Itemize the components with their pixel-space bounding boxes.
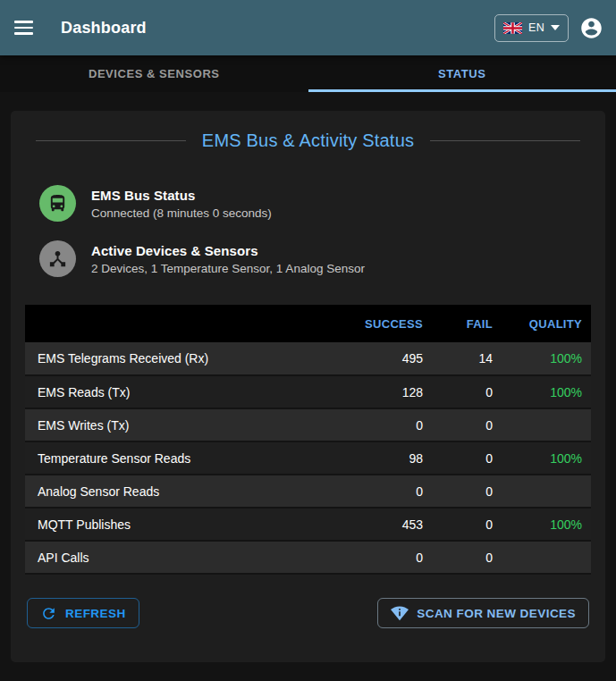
table-cell-num: 0	[432, 475, 502, 508]
refresh-button-label: REFRESH	[65, 607, 126, 620]
table-cell-name: Temperature Sensor Reads	[25, 441, 332, 475]
card-title: EMS Bus & Activity Status	[202, 130, 414, 151]
table-cell-num: 0	[432, 541, 502, 574]
table-row: EMS Reads (Tx)1280100%	[25, 375, 591, 408]
wifi-scan-icon	[391, 604, 409, 622]
ems-bus-status-item: EMS Bus Status Connected (8 minutes 0 se…	[39, 185, 591, 222]
card-title-row: EMS Bus & Activity Status	[25, 130, 591, 151]
button-row: REFRESH SCAN FOR NEW DEVICES	[25, 598, 591, 628]
status-title: EMS Bus Status	[91, 188, 272, 203]
active-devices-item: Active Devices & Sensors 2 Devices, 1 Te…	[39, 240, 591, 277]
status-subtitle: Connected (8 minutes 0 seconds)	[91, 206, 272, 220]
table-cell-quality: 100%	[502, 508, 591, 541]
language-selector[interactable]: EN	[494, 14, 569, 42]
status-text: EMS Bus Status Connected (8 minutes 0 se…	[91, 188, 272, 220]
language-code: EN	[528, 21, 544, 34]
table-cell-quality	[502, 541, 591, 574]
table-cell-num: 0	[432, 508, 502, 541]
device-hub-icon	[39, 240, 76, 277]
header-success: SUCCESS	[332, 305, 432, 342]
table-cell-num: 128	[332, 375, 432, 408]
table-row: MQTT Publishes4530100%	[25, 508, 591, 541]
table-cell-num: 0	[432, 441, 502, 475]
page-title: Dashboard	[61, 19, 147, 38]
table-cell-quality	[502, 408, 591, 441]
appbar-actions: EN	[494, 14, 603, 42]
table-cell-name: EMS Reads (Tx)	[25, 375, 332, 408]
tab-devices-sensors[interactable]: DEVICES & SENSORS	[0, 55, 308, 92]
tab-status[interactable]: STATUS	[308, 55, 616, 92]
refresh-button[interactable]: REFRESH	[27, 598, 139, 628]
activity-table: SUCCESS FAIL QUALITY EMS Telegrams Recei…	[25, 305, 591, 575]
tab-label: DEVICES & SENSORS	[89, 67, 220, 80]
refresh-icon	[40, 605, 57, 622]
table-row: EMS Writes (Tx)00	[25, 408, 591, 441]
scan-for-new-devices-button[interactable]: SCAN FOR NEW DEVICES	[377, 598, 589, 628]
uk-flag-icon	[503, 22, 522, 34]
divider	[430, 140, 580, 141]
status-text: Active Devices & Sensors 2 Devices, 1 Te…	[91, 243, 365, 275]
table-cell-num: 0	[332, 475, 432, 508]
table-cell-quality	[502, 475, 591, 508]
table-body: EMS Telegrams Received (Rx)49514100%EMS …	[25, 342, 591, 574]
header-blank	[25, 305, 332, 342]
menu-button[interactable]	[14, 16, 41, 39]
header-fail: FAIL	[432, 305, 502, 342]
table-cell-num: 0	[432, 408, 502, 441]
scan-button-label: SCAN FOR NEW DEVICES	[417, 607, 576, 620]
tab-label: STATUS	[438, 67, 485, 80]
account-button[interactable]	[579, 16, 603, 40]
table-cell-name: Analog Sensor Reads	[25, 475, 332, 508]
status-title: Active Devices & Sensors	[91, 243, 365, 258]
bus-icon	[39, 185, 76, 222]
header-quality: QUALITY	[502, 305, 591, 342]
table-row: Temperature Sensor Reads980100%	[25, 441, 591, 475]
table-cell-num: 0	[332, 541, 432, 574]
divider	[36, 140, 186, 141]
table-cell-num: 0	[432, 375, 502, 408]
status-subtitle: 2 Devices, 1 Temperature Sensor, 1 Analo…	[91, 262, 365, 275]
table-cell-name: MQTT Publishes	[25, 508, 332, 541]
table-cell-num: 453	[332, 508, 432, 541]
table-cell-quality: 100%	[502, 342, 591, 375]
account-circle-icon	[579, 16, 603, 40]
table-cell-quality: 100%	[502, 375, 591, 408]
menu-icon	[14, 21, 33, 23]
status-list: EMS Bus Status Connected (8 minutes 0 se…	[39, 185, 591, 277]
chevron-down-icon	[551, 25, 560, 30]
status-card: EMS Bus & Activity Status EMS Bus Status…	[11, 111, 605, 662]
app-bar: Dashboard EN	[0, 0, 616, 55]
table-cell-quality: 100%	[502, 441, 591, 475]
table-row: EMS Telegrams Received (Rx)49514100%	[25, 342, 591, 375]
table-cell-name: EMS Writes (Tx)	[25, 408, 332, 441]
table-row: Analog Sensor Reads00	[25, 475, 591, 508]
tab-bar: DEVICES & SENSORS STATUS	[0, 55, 616, 92]
table-cell-num: 14	[432, 342, 502, 375]
table-header: SUCCESS FAIL QUALITY	[25, 305, 591, 342]
table-cell-num: 495	[332, 342, 432, 375]
table-cell-name: EMS Telegrams Received (Rx)	[25, 342, 332, 375]
table-cell-name: API Calls	[25, 541, 332, 574]
table-cell-num: 0	[332, 408, 432, 441]
table-row: API Calls00	[25, 541, 591, 574]
active-tab-indicator	[308, 89, 616, 92]
table-cell-num: 98	[332, 441, 432, 475]
